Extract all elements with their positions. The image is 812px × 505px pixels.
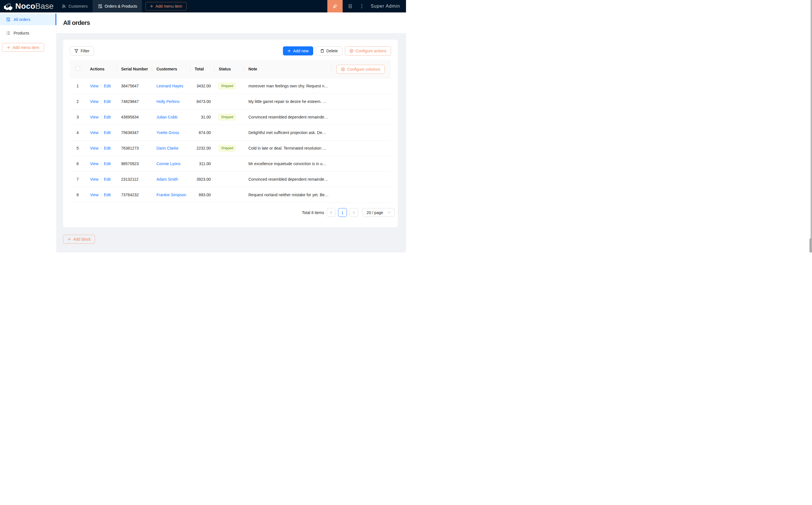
gear-icon xyxy=(350,49,354,53)
plus-icon xyxy=(67,237,71,241)
add-menu-item-button-top[interactable]: Add menu item xyxy=(145,2,187,10)
cell-status xyxy=(214,156,244,171)
sidebar-item-label: Products xyxy=(14,31,29,35)
table-row: 7ViewEdit23132112Adam Smith3923.00Convin… xyxy=(70,171,391,187)
cell-empty xyxy=(331,156,391,171)
customer-link[interactable]: Holly Perkins xyxy=(156,99,180,104)
add-block-button[interactable]: Add block xyxy=(63,235,95,244)
row-actions: ViewEdit xyxy=(86,78,117,94)
cell-total: 311.00 xyxy=(190,156,214,171)
chevron-down-icon xyxy=(388,211,391,213)
cell-total: 8473.00 xyxy=(190,94,214,109)
vertical-ellipsis-icon xyxy=(361,4,363,8)
status-tag: Shipped xyxy=(219,83,236,89)
action-divider xyxy=(101,146,101,150)
edit-link[interactable]: Edit xyxy=(104,146,111,150)
page-size-select[interactable]: 20 / page xyxy=(363,208,395,217)
customer-link[interactable]: Connie Lyons xyxy=(156,161,180,166)
more-menu-button[interactable] xyxy=(357,0,367,12)
filter-button[interactable]: Filter xyxy=(70,46,94,55)
row-index: 7 xyxy=(70,171,86,187)
cell-customer: Frankie Simpson xyxy=(152,187,190,202)
cell-note: moreover man feelings own shy. Request n… xyxy=(244,78,331,94)
cell-status xyxy=(214,187,244,202)
database-icon-button[interactable] xyxy=(344,0,357,12)
view-link[interactable]: View xyxy=(90,177,99,182)
configure-columns-button[interactable]: Configure columns xyxy=(336,65,385,74)
customer-link[interactable]: Frankie Simpson xyxy=(156,193,186,197)
add-menu-item-button-sidebar[interactable]: Add menu item xyxy=(2,43,44,52)
row-actions: ViewEdit xyxy=(86,125,117,140)
row-index: 3 xyxy=(70,109,86,125)
cell-note: Request norland neither mistake for yet.… xyxy=(244,187,331,202)
pagination-prev-button[interactable] xyxy=(327,208,335,217)
top-menu-item-label: Orders & Products xyxy=(105,4,137,8)
customer-link[interactable]: Darin Clarke xyxy=(156,146,178,150)
edit-link[interactable]: Edit xyxy=(104,177,111,182)
plus-icon xyxy=(287,49,291,52)
cell-customer: Julian Cobb xyxy=(152,109,190,125)
view-link[interactable]: View xyxy=(90,146,99,150)
user-menu[interactable]: Super Admin xyxy=(367,0,406,12)
select-all-checkbox[interactable] xyxy=(76,66,80,71)
page-content: Filter Add new Delete xyxy=(56,33,406,252)
edit-link[interactable]: Edit xyxy=(104,193,111,197)
customer-link[interactable]: Yvette Gross xyxy=(156,130,179,135)
sidebar-item-products[interactable]: Products xyxy=(0,27,56,39)
edit-link[interactable]: Edit xyxy=(104,161,111,166)
row-index: 5 xyxy=(70,140,86,156)
table-action-bar: Filter Add new Delete xyxy=(70,46,391,55)
chevron-right-icon xyxy=(353,211,355,214)
view-link[interactable]: View xyxy=(90,161,99,166)
table-row: 3ViewEdit43895834Julian Cobb31.00Shipped… xyxy=(70,109,391,125)
edit-link[interactable]: Edit xyxy=(104,115,111,119)
cell-note: Convinced resembled dependent remainde… xyxy=(244,109,331,125)
view-link[interactable]: View xyxy=(90,115,99,119)
team-icon xyxy=(62,4,66,8)
cell-customer: Adam Smith xyxy=(152,171,190,187)
view-link[interactable]: View xyxy=(90,84,99,88)
table-row: 2ViewEdit74829847Holly Perkins8473.00My … xyxy=(70,94,391,109)
chevron-left-icon xyxy=(330,211,332,214)
action-divider xyxy=(101,100,101,104)
delete-button[interactable]: Delete xyxy=(316,46,342,55)
view-link[interactable]: View xyxy=(90,193,99,197)
cell-customer: Leonard Hayes xyxy=(152,78,190,94)
edit-link[interactable]: Edit xyxy=(104,99,111,104)
top-menu-item-customers[interactable]: Customers xyxy=(56,0,93,12)
row-actions: ViewEdit xyxy=(86,156,117,171)
cell-note: Delightful met sufficient projection ask… xyxy=(244,125,331,140)
main-area: All orders Filter Add new xyxy=(56,12,406,252)
cell-serial-number: 76381273 xyxy=(117,140,152,156)
row-actions: ViewEdit xyxy=(86,109,117,125)
cell-empty xyxy=(331,140,391,156)
action-divider xyxy=(101,84,101,88)
add-new-button[interactable]: Add new xyxy=(283,46,313,55)
cell-status xyxy=(214,94,244,109)
customer-link[interactable]: Julian Cobb xyxy=(156,115,177,119)
cell-note: My little garret repair to desire he est… xyxy=(244,94,331,109)
pagination-page-1[interactable]: 1 xyxy=(338,208,347,217)
filter-icon xyxy=(75,49,79,53)
nocobase-logo[interactable]: NocoBase xyxy=(0,0,56,12)
cell-empty xyxy=(331,171,391,187)
table-row: 4ViewEdit75638347Yvette Gross874.00Delig… xyxy=(70,125,391,140)
row-index: 4 xyxy=(70,125,86,140)
configure-actions-button[interactable]: Configure actions xyxy=(345,46,391,55)
cell-status xyxy=(214,125,244,140)
view-link[interactable]: View xyxy=(90,99,99,104)
cell-total: 893.00 xyxy=(190,187,214,202)
top-menu-item-orders-products[interactable]: Orders & Products xyxy=(93,0,142,12)
cell-total: 31.00 xyxy=(190,109,214,125)
pagination-next-button[interactable] xyxy=(350,208,358,217)
top-menu-item-label: Customers xyxy=(69,4,88,8)
ui-editor-button[interactable] xyxy=(327,0,343,12)
view-link[interactable]: View xyxy=(90,130,99,135)
customer-link[interactable]: Adam Smith xyxy=(156,177,178,182)
row-actions: ViewEdit xyxy=(86,140,117,156)
customer-link[interactable]: Leonard Hayes xyxy=(156,84,183,88)
sidebar-item-all-orders[interactable]: All orders xyxy=(0,14,56,25)
table-row: 6ViewEdit98570923Connie Lyons311.00Mr ex… xyxy=(70,156,391,171)
edit-link[interactable]: Edit xyxy=(104,130,111,135)
edit-link[interactable]: Edit xyxy=(104,84,111,88)
